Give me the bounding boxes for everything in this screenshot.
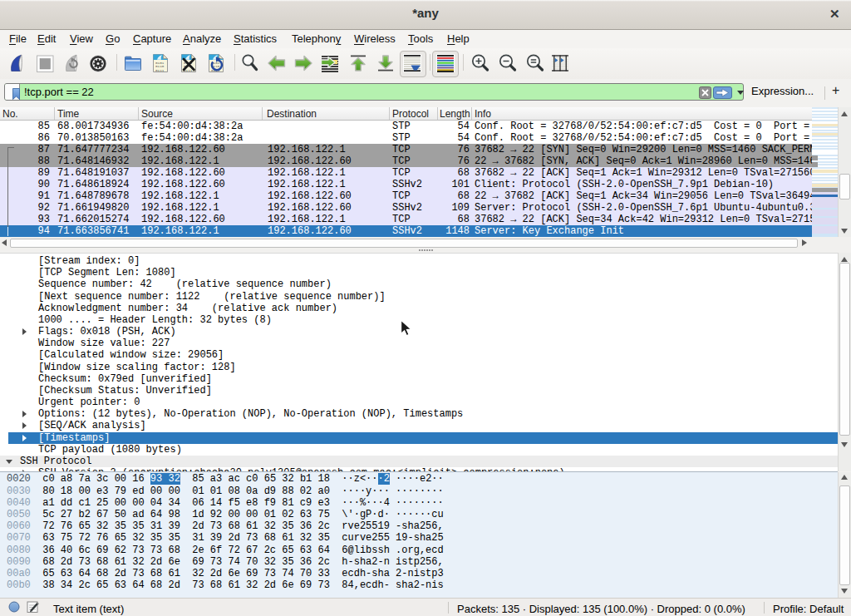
svg-text:0111: 0111 <box>155 68 165 72</box>
